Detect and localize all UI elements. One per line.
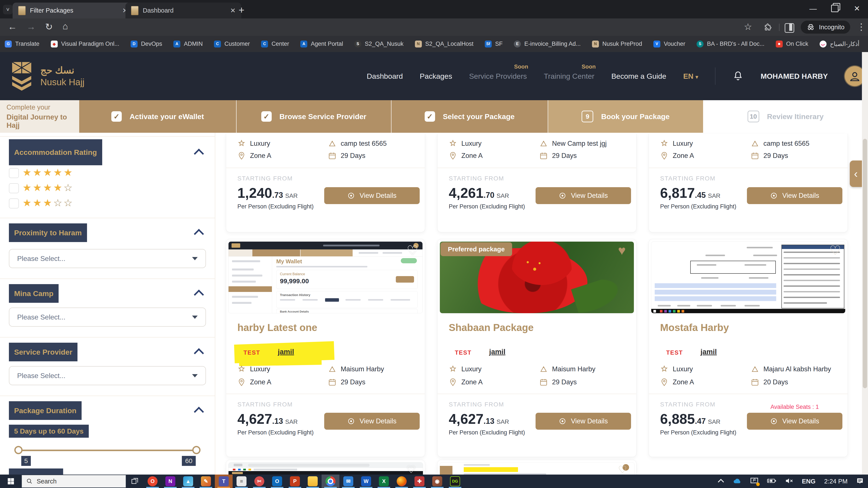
view-details-button[interactable]: View Details (535, 187, 631, 204)
extensions-icon[interactable] (764, 23, 772, 32)
bookmark-item[interactable]: CCustomer (214, 40, 250, 47)
bookmark-item[interactable]: ◆Visual Paradigm Onl... (51, 40, 119, 47)
taskbar-app-powerpoint[interactable]: P (286, 475, 304, 488)
favorite-heart-icon[interactable]: ♥ (618, 244, 626, 257)
duration-slider-handle-max[interactable] (192, 446, 200, 454)
window-restore-button[interactable] (827, 0, 843, 17)
taskbar-app-snip[interactable]: ✂ (250, 475, 268, 488)
taskbar-app-onenote[interactable]: N (161, 475, 179, 488)
step-book-package[interactable]: 9 Book your Package (548, 100, 703, 133)
proximity-select[interactable]: Please Select... (9, 249, 206, 268)
site-logo[interactable]: نسك حج Nusuk Hajj (9, 59, 85, 93)
tab-dashboard[interactable]: Dashboard ✕ (125, 3, 241, 19)
start-button[interactable] (0, 475, 22, 488)
tab-filter-packages[interactable]: Filter Packages ✕ (12, 3, 133, 19)
collapse-chevron-icon[interactable] (194, 229, 204, 239)
bookmark-item[interactable]: SfSF (485, 40, 503, 47)
bookmark-item[interactable]: GTranslate (5, 40, 39, 47)
collapse-chevron-icon[interactable] (194, 290, 204, 300)
taskbar-app-excel[interactable]: X (375, 475, 393, 488)
taskbar-app-datagrip[interactable]: DG (446, 475, 464, 488)
view-details-button[interactable]: View Details (324, 187, 420, 204)
package-card-mostafa-harby[interactable]: ♡ Mostafa Harby TEST jamil Luxury Majaru… (649, 239, 848, 457)
duration-slider-handle-min[interactable] (14, 446, 23, 454)
tray-show-hidden-icons[interactable] (719, 479, 724, 483)
favorite-heart-icon[interactable]: ♡ (618, 463, 627, 476)
provider-link[interactable]: jamil (489, 348, 505, 356)
package-card-shabaan[interactable]: Preferred package ♥ Shabaan Package TEST… (437, 239, 637, 457)
bookmark-item[interactable]: SS2_QA_Nusuk (354, 40, 404, 47)
back-icon[interactable]: ← (8, 22, 17, 32)
bookmark-item[interactable]: بأذكار-الصباح (819, 40, 860, 47)
package-card-partial-bottom[interactable]: ♡ (437, 460, 637, 475)
tray-display-sync-icon[interactable] (750, 477, 758, 485)
onedrive-icon[interactable] (733, 478, 742, 485)
nav-service-providers[interactable]: SoonService Providers (469, 72, 527, 80)
window-minimize-button[interactable]: — (805, 0, 821, 17)
side-panel-icon[interactable] (785, 23, 794, 33)
taskbar-app-word[interactable]: W (357, 475, 375, 488)
collapse-chevron-icon[interactable] (194, 149, 204, 159)
language-selector[interactable]: EN ▾ (683, 72, 698, 80)
nav-dashboard[interactable]: Dashboard (367, 72, 403, 80)
taskbar-app-notepad[interactable]: ≡ (232, 475, 250, 488)
view-details-button[interactable]: View Details (747, 413, 842, 430)
page-scrollbar-track[interactable] (862, 52, 868, 475)
bookmark-item[interactable]: SBA - BRD's - All Doc... (696, 40, 765, 47)
tray-battery-icon[interactable] (767, 478, 776, 485)
rating-4-checkbox[interactable] (9, 183, 19, 193)
collapse-chevron-icon[interactable] (194, 407, 204, 417)
taskbar-app-file-explorer[interactable] (304, 475, 321, 488)
service-provider-select[interactable]: Please Select... (9, 366, 206, 385)
collapse-chevron-icon[interactable] (194, 348, 204, 358)
reload-icon[interactable]: ↻ (45, 22, 53, 32)
bookmark-item[interactable]: ■On Click (776, 40, 808, 47)
page-scrollbar-thumb[interactable] (863, 139, 867, 388)
forward-icon[interactable]: → (27, 22, 36, 32)
favorite-heart-icon[interactable]: ♡ (407, 463, 415, 476)
step-browse-service-provider[interactable]: ✓ Browse Service Provider (237, 100, 392, 133)
notifications-bell-icon[interactable] (733, 70, 744, 82)
tab-close-icon[interactable]: ✕ (230, 7, 236, 14)
bookmark-item[interactable]: AAgent Portal (300, 40, 343, 47)
bookmark-item[interactable]: NNusuk PreProd (592, 40, 642, 47)
rating-3-checkbox[interactable] (9, 198, 19, 208)
tray-clock[interactable]: 2:24 PM (824, 478, 847, 485)
taskbar-app-paint[interactable]: ✎ (197, 475, 215, 488)
taskbar-app-chrome[interactable] (321, 475, 339, 488)
step-activate-ewallet[interactable]: ✓ Activate your eWallet (79, 100, 237, 133)
tab-search-chevron-icon[interactable]: ˅ (3, 5, 12, 14)
taskbar-app-mail[interactable]: ✉ (339, 475, 357, 488)
taskbar-app-teams[interactable]: T (215, 475, 232, 488)
step-review-itinerary[interactable]: 10 Review Itinerary (703, 100, 868, 133)
provider-link[interactable]: jamil (278, 348, 294, 356)
panel-collapse-tab[interactable]: ‹ (850, 161, 862, 187)
nav-training-center[interactable]: SoonTraining Center (544, 72, 594, 80)
duration-slider-track[interactable] (19, 450, 196, 451)
step-select-package[interactable]: ✓ Select your Package (392, 100, 548, 133)
task-view-button[interactable] (126, 475, 144, 488)
bookmark-item[interactable]: CCenter (261, 40, 289, 47)
bookmark-item[interactable]: NS2_QA_LocalHost (415, 40, 473, 47)
bookmark-item[interactable]: AADMIN (174, 40, 203, 47)
favorite-heart-icon[interactable]: ♡ (829, 244, 841, 257)
bookmark-item[interactable]: VVoucher (653, 40, 685, 47)
package-card-partial[interactable]: Luxury New Camp test jgj Zone A 29 Days … (437, 134, 637, 232)
browser-menu-icon[interactable]: ⋮ (857, 22, 866, 32)
tray-language[interactable]: ENG (802, 478, 815, 485)
rating-5-checkbox[interactable] (9, 168, 19, 178)
package-card-partial-bottom[interactable]: ♡ (226, 460, 425, 475)
view-details-button[interactable]: View Details (535, 413, 631, 430)
taskbar-app-opera[interactable]: O (144, 475, 161, 488)
mina-camp-select[interactable]: Please Select... (9, 307, 206, 327)
view-details-button[interactable]: View Details (324, 413, 420, 430)
nav-packages[interactable]: Packages (420, 72, 452, 80)
bookmark-item[interactable]: EE-invoice_Billing Ad... (514, 40, 581, 47)
user-name[interactable]: MOHAMED HARBY (761, 72, 828, 80)
new-tab-button[interactable]: + (236, 4, 248, 16)
provider-link[interactable]: jamil (701, 348, 717, 356)
taskbar-search-box[interactable]: Search (22, 475, 126, 488)
taskbar-app-firefox[interactable] (393, 475, 410, 488)
tray-volume-muted-icon[interactable] (785, 477, 793, 485)
taskbar-app-games[interactable]: ◉ (428, 475, 446, 488)
